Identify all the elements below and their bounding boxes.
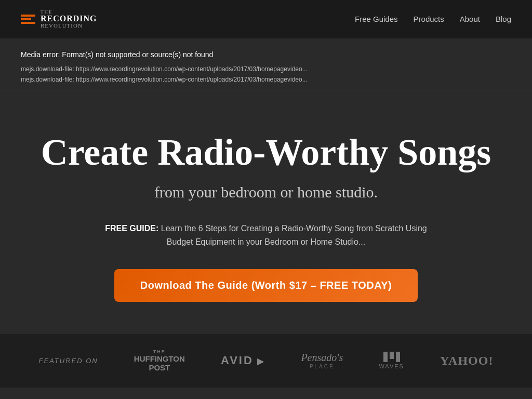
logo[interactable]: THE RECORDING REVOLUTION [21,10,97,29]
video-error-section: Media error: Format(s) not supported or … [0,38,532,90]
hero-description-text: Learn the 6 Steps for Creating a Radio-W… [161,224,427,246]
hero-description: FREE GUIDE: Learn the 6 Steps for Creati… [105,222,427,248]
yahoo-logo: YAHOO! [440,354,493,368]
hero-headline: Create Radio-Worthy Songs [41,132,491,173]
waves-logo: WAVES [379,352,404,369]
cta-download-button[interactable]: Download The Guide (Worth $17 – FREE TOD… [114,269,418,302]
mejs-line2: mejs.download-file: https://www.recordin… [21,75,511,85]
hero-subheadline: from your bedroom or home studio. [154,183,378,201]
nav-item-free-guides[interactable]: Free Guides [355,15,398,24]
logo-main: RECORDING [41,15,97,23]
featured-label: FEATURED ON [39,357,98,365]
huffington-post-logo: THE HUFFINGTONPOST [134,349,185,372]
nav-item-blog[interactable]: Blog [496,15,511,24]
waves-icon [383,352,400,362]
free-guide-label: FREE GUIDE: [105,224,158,233]
navbar: THE RECORDING REVOLUTION Free Guides Pro… [0,0,532,38]
hero-section: Create Radio-Worthy Songs from your bedr… [0,90,532,333]
logo-text: THE RECORDING REVOLUTION [41,10,97,29]
mejs-line1: mejs.download-file: https://www.recordin… [21,64,511,74]
nav-item-products[interactable]: Products [414,15,444,24]
nav-links: Free Guides Products About Blog [355,15,511,24]
nav-item-about[interactable]: About [460,15,480,24]
pensado-logo: Pensado's PLACE [301,352,343,369]
media-error-text: Media error: Format(s) not supported or … [21,49,511,60]
logo-sub: REVOLUTION [41,23,97,29]
featured-bar: FEATURED ON THE HUFFINGTONPOST AVID Pens… [0,333,532,388]
avid-logo: AVID [221,354,265,367]
logo-icon [21,15,35,24]
